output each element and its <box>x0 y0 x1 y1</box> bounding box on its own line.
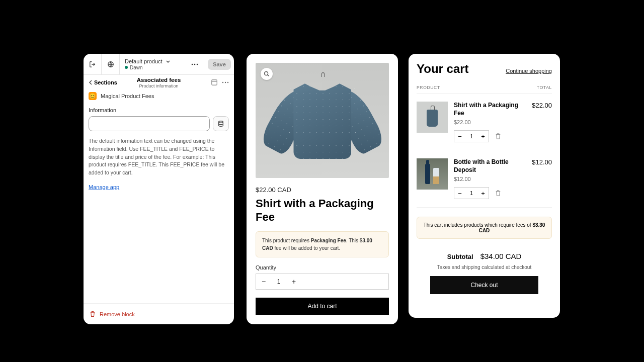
exit-icon <box>89 61 96 68</box>
app-name: Magical Product Fees <box>101 93 154 99</box>
cart-item: Shirt with a Packaging Fee $22.00 − 1 + … <box>417 94 552 150</box>
layout-icon[interactable] <box>211 79 218 86</box>
svg-point-9 <box>265 72 268 75</box>
item-price: $12.00 <box>454 176 522 182</box>
item-total: $12.00 <box>528 158 552 199</box>
qty-decrease-button[interactable]: − <box>454 131 465 142</box>
qty-increase-button[interactable]: + <box>477 188 489 199</box>
item-qty-stepper: − 1 + <box>454 187 489 199</box>
checkout-button[interactable]: Check out <box>430 276 538 294</box>
svg-point-5 <box>222 82 223 83</box>
item-qty-stepper: − 1 + <box>454 130 489 142</box>
svg-point-1 <box>192 63 193 65</box>
svg-point-2 <box>194 63 196 65</box>
dynamic-source-button[interactable] <box>213 116 229 131</box>
app-icon: 😊 <box>89 92 97 100</box>
more-menu-button[interactable] <box>185 54 205 74</box>
qty-value: 1 <box>271 274 286 289</box>
trash-icon[interactable] <box>495 133 501 140</box>
qty-value: 1 <box>465 188 477 199</box>
chevron-down-icon <box>166 59 171 64</box>
continue-shopping-link[interactable]: Continue shopping <box>506 68 552 74</box>
information-heading: Information <box>84 104 234 116</box>
globe-icon <box>107 61 114 68</box>
theme-name: Dawn <box>130 65 143 70</box>
database-icon <box>217 120 224 127</box>
svg-point-8 <box>219 121 223 123</box>
divider <box>417 207 552 208</box>
quantity-stepper: − 1 + <box>256 274 389 290</box>
product-selector[interactable]: Default product Dawn <box>120 58 185 70</box>
trash-icon[interactable] <box>495 190 501 197</box>
svg-point-3 <box>197 63 198 65</box>
shirt-illustration <box>272 72 373 168</box>
product-panel: $22.00 CAD Shirt with a Packaging Fee Th… <box>247 54 398 324</box>
section-title: Associated fees <box>137 77 181 83</box>
item-price: $22.00 <box>454 119 522 125</box>
cart-panel: Your cart Continue shopping PRODUCT TOTA… <box>409 54 560 318</box>
remove-block-label: Remove block <box>100 311 135 317</box>
product-selector-label: Default product <box>125 58 163 64</box>
trash-icon <box>90 311 96 317</box>
zoom-icon <box>264 71 270 77</box>
svg-rect-4 <box>212 80 217 85</box>
chevron-left-icon <box>89 80 93 85</box>
item-name: Bottle with a Bottle Deposit <box>454 158 522 174</box>
information-input[interactable] <box>89 116 210 131</box>
item-thumbnail <box>417 102 448 133</box>
fee-title: Packaging Fee <box>311 238 346 243</box>
qty-increase-button[interactable]: + <box>286 274 301 289</box>
globe-button[interactable] <box>102 54 120 74</box>
subtotal-value: $34.00 CAD <box>480 252 522 260</box>
col-product: PRODUCT <box>417 85 440 90</box>
cart-item: Bottle with a Bottle Deposit $12.00 − 1 … <box>417 150 552 207</box>
editor-topbar: Default product Dawn Save <box>84 54 234 75</box>
item-name: Shirt with a Packaging Fee <box>454 102 522 117</box>
status-dot-icon <box>125 66 128 69</box>
product-title: Shirt with a Packaging Fee <box>256 197 389 224</box>
col-total: TOTAL <box>537 85 552 90</box>
add-to-cart-button[interactable]: Add to cart <box>256 298 389 315</box>
dots-horizontal-icon <box>191 63 198 65</box>
remove-block-button[interactable]: Remove block <box>84 304 234 324</box>
tax-shipping-note: Taxes and shipping calculated at checkou… <box>417 264 552 270</box>
svg-point-6 <box>225 82 226 83</box>
quantity-label: Quantity <box>256 264 389 270</box>
app-block: 😊 Magical Product Fees <box>84 90 234 104</box>
exit-button[interactable] <box>84 54 102 74</box>
section-subtitle: Product information <box>137 83 181 88</box>
item-thumbnail <box>417 158 448 190</box>
section-header: Sections Associated fees Product informa… <box>84 75 234 90</box>
dots-horizontal-icon[interactable] <box>222 81 229 83</box>
qty-increase-button[interactable]: + <box>477 131 489 142</box>
qty-decrease-button[interactable]: − <box>256 274 271 289</box>
qty-value: 1 <box>465 131 477 142</box>
zoom-button[interactable] <box>261 68 273 80</box>
subtotal-label: Subtotal <box>447 253 473 260</box>
editor-panel: Default product Dawn Save Sections Assoc… <box>84 54 234 324</box>
svg-point-7 <box>227 82 228 83</box>
cart-title: Your cart <box>417 62 469 76</box>
back-label: Sections <box>94 79 117 85</box>
information-help: The default information text can be chan… <box>84 131 234 177</box>
back-button[interactable]: Sections <box>89 79 117 85</box>
product-image <box>256 63 389 178</box>
product-fee-note: This product requires Packaging Fee. Thi… <box>256 231 389 257</box>
item-total: $22.00 <box>528 102 552 142</box>
qty-decrease-button[interactable]: − <box>454 188 465 199</box>
product-price: $22.00 CAD <box>256 186 389 194</box>
cart-fees-note: This cart includes products which requir… <box>417 217 552 239</box>
save-button[interactable]: Save <box>208 59 231 70</box>
manage-app-link[interactable]: Manage app <box>84 177 234 197</box>
